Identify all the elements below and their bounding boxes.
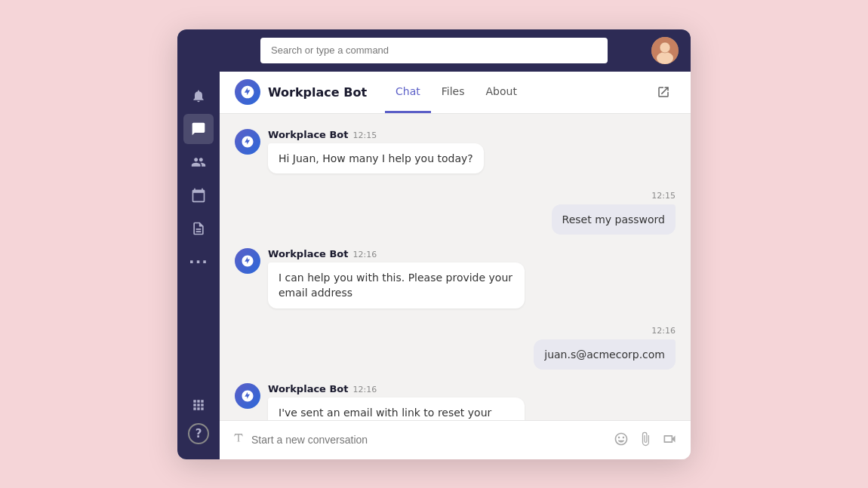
message-row: 12:16 juan.s@acmecorp.com [235, 322, 676, 370]
user-message-1: 12:15 Reset my password [552, 187, 676, 235]
message-time: 12:16 [353, 250, 377, 259]
avatar-image [651, 37, 679, 64]
bot-message-1: Workplace Bot 12:15 Hi Juan, How many I … [268, 129, 484, 173]
sidebar-item-chat[interactable] [183, 114, 214, 144]
video-button[interactable] [660, 430, 679, 450]
chat-header: Workplace Bot Chat Files About [220, 72, 691, 114]
bot-message-3: Workplace Bot 12:16 I've sent an email w… [268, 383, 525, 420]
message-sender: Workplace Bot [268, 248, 349, 259]
bot-logo-icon [240, 84, 255, 100]
sidebar-item-apps[interactable] [183, 390, 214, 420]
more-icon: ··· [189, 253, 208, 271]
calendar-icon [191, 188, 206, 203]
message-row: Workplace Bot 12:16 I can help you with … [235, 248, 676, 308]
help-icon: ? [195, 427, 202, 440]
top-bar [177, 29, 691, 72]
message-row: Workplace Bot 12:16 I've sent an email w… [235, 383, 676, 420]
message-text: Reset my password [552, 204, 676, 235]
message-text: juan.s@acmecorp.com [534, 339, 676, 370]
sidebar-item-teams[interactable] [183, 147, 214, 177]
bot-message-2: Workplace Bot 12:16 I can help you with … [268, 248, 525, 308]
main-layout: ··· ? [177, 72, 691, 459]
popout-button[interactable] [651, 80, 676, 104]
attach-button[interactable] [636, 430, 654, 450]
bot-avatar-icon [241, 254, 254, 268]
sidebar-item-notifications[interactable] [183, 81, 214, 111]
sidebar-bottom: ? [183, 390, 214, 450]
video-icon [662, 431, 677, 447]
bot-avatar-icon [241, 135, 254, 149]
message-time: 12:15 [353, 130, 377, 140]
sidebar-item-calendar[interactable] [183, 180, 214, 210]
message-text: I can help you with this. Please provide… [268, 262, 525, 308]
avatar [651, 37, 679, 64]
message-row: Workplace Bot 12:15 Hi Juan, How many I … [235, 129, 676, 173]
bot-name: Workplace Bot [268, 85, 367, 100]
message-input[interactable] [251, 434, 606, 446]
header-tabs: Chat Files About [385, 72, 528, 114]
bot-avatar [235, 248, 260, 274]
attach-icon [638, 431, 653, 447]
app-window: ··· ? [177, 29, 691, 459]
sidebar: ··· ? [177, 72, 220, 459]
user-message-2: 12:16 juan.s@acmecorp.com [534, 322, 676, 370]
messages-area: Workplace Bot 12:15 Hi Juan, How many I … [220, 114, 691, 420]
content-area: Workplace Bot Chat Files About [220, 72, 691, 459]
search-bar[interactable] [260, 38, 608, 63]
apps-icon [191, 397, 206, 413]
format-icon [232, 431, 245, 448]
bot-avatar-icon [241, 389, 254, 403]
header-actions [651, 80, 676, 104]
popout-icon [657, 85, 670, 99]
message-row: 12:15 Reset my password [235, 187, 676, 235]
emoji-button[interactable] [612, 430, 630, 450]
bot-avatar [235, 129, 260, 155]
tab-chat[interactable]: Chat [385, 72, 431, 114]
message-sender: Workplace Bot [268, 129, 349, 140]
search-input[interactable] [260, 38, 608, 63]
message-sender: Workplace Bot [268, 383, 349, 394]
text-format-icon [232, 431, 245, 445]
bot-logo [235, 79, 260, 105]
input-area [220, 420, 691, 459]
message-time: 12:15 [651, 191, 676, 201]
emoji-icon [614, 431, 629, 447]
svg-point-2 [657, 52, 673, 64]
message-time: 12:16 [651, 326, 676, 336]
message-text: Hi Juan, How many I help you today? [268, 143, 484, 173]
tab-files[interactable]: Files [431, 72, 476, 114]
chat-icon [191, 121, 206, 137]
teams-icon [191, 155, 206, 170]
message-time: 12:16 [353, 385, 377, 394]
sidebar-item-files[interactable] [183, 213, 214, 244]
bot-avatar [235, 383, 260, 409]
message-text: I've sent an email with link to reset yo… [268, 397, 525, 420]
sidebar-item-help[interactable]: ? [188, 423, 209, 444]
user-avatar-button[interactable] [651, 37, 679, 64]
input-actions [612, 430, 679, 450]
sidebar-item-more[interactable]: ··· [183, 247, 214, 277]
tab-about[interactable]: About [476, 72, 528, 114]
bell-icon [191, 88, 206, 103]
files-icon [191, 221, 206, 236]
